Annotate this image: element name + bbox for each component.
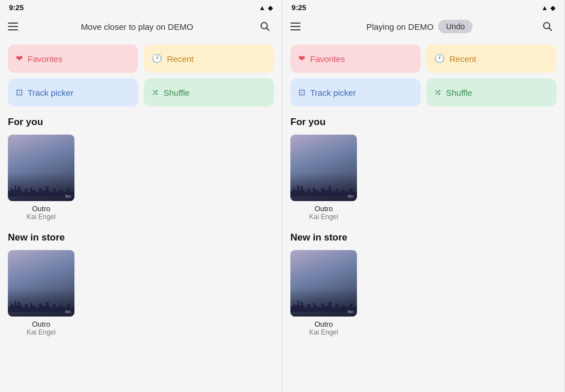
trackpicker-label-left: Track picker <box>28 88 73 97</box>
shuffle-label-right: Shuffle <box>446 88 472 97</box>
for-you-album-1-right[interactable]: flin Outro Kai Engel <box>290 135 357 221</box>
new-album-artist-1-left: Kai Engel <box>27 328 55 336</box>
svg-marker-6 <box>290 185 357 197</box>
folder-icon-right: ⊡ <box>298 87 306 97</box>
svg-marker-3 <box>8 301 74 312</box>
folder-icon-left: ⊡ <box>16 87 23 97</box>
new-in-store-title-right: New in store <box>290 232 557 243</box>
battery-icon-left: ◆ <box>268 4 273 12</box>
album-label-1-right: flin <box>348 194 354 199</box>
favorites-button-right[interactable]: ❤ Favorites <box>290 44 421 73</box>
shuffle-icon-right: ⤮ <box>434 87 442 97</box>
for-you-album-1-left[interactable]: flin Outro Kai Engel <box>8 135 74 221</box>
shuffle-button-left[interactable]: ⤮ Shuffle <box>144 78 274 106</box>
new-album-cover-1-right: flin <box>290 250 357 317</box>
status-bar-left: 9:25 ▲ ◆ <box>0 0 282 14</box>
header-title-left: Move closer to play on DEMO <box>18 22 256 32</box>
content-left: ❤ Favorites 🕐 Recent ⊡ Track picker ⤮ Sh… <box>0 40 282 392</box>
skyline-1-right <box>290 180 357 197</box>
album-cover-1-left: flin <box>8 135 74 201</box>
playing-bar: Playing on DEMO Undo <box>301 20 538 33</box>
top-bar-right: Playing on DEMO Undo <box>282 14 564 40</box>
shuffle-label-left: Shuffle <box>164 88 189 97</box>
for-you-title-right: For you <box>290 117 557 128</box>
recent-label-left: Recent <box>167 54 194 64</box>
album-title-1-left: Outro <box>32 204 51 213</box>
menu-button-right[interactable] <box>290 23 301 30</box>
new-in-store-title-left: New in store <box>8 232 274 243</box>
wifi-icon-right: ▲ <box>541 4 548 12</box>
time-right: 9:25 <box>292 3 306 12</box>
recent-button-right[interactable]: 🕐 Recent <box>426 44 557 73</box>
trackpicker-button-right[interactable]: ⊡ Track picker <box>290 78 421 106</box>
category-grid-right: ❤ Favorites 🕐 Recent ⊡ Track picker ⤮ Sh… <box>290 44 557 106</box>
heart-icon-left: ❤ <box>16 54 23 64</box>
trackpicker-button-left[interactable]: ⊡ Track picker <box>8 78 138 106</box>
favorites-button-left[interactable]: ❤ Favorites <box>8 44 138 73</box>
favorites-label-right: Favorites <box>310 54 345 64</box>
album-art-1-right: flin <box>290 135 357 201</box>
new-album-artist-1-right: Kai Engel <box>309 328 338 336</box>
new-in-store-grid-left: flin Outro Kai Engel <box>8 250 274 336</box>
clock-icon-right: 🕐 <box>434 54 445 64</box>
search-button-right[interactable] <box>538 17 557 35</box>
heart-icon-right: ❤ <box>298 54 306 64</box>
new-album-art-1-left: flin <box>8 250 74 317</box>
new-album-title-1-left: Outro <box>32 320 51 328</box>
album-cover-1-right: flin <box>290 135 357 201</box>
recent-label-right: Recent <box>449 54 476 64</box>
new-album-label-1-right: flin <box>348 309 354 314</box>
trackpicker-label-right: Track picker <box>310 88 356 97</box>
svg-marker-2 <box>8 185 74 197</box>
content-right: ❤ Favorites 🕐 Recent ⊡ Track picker ⤮ Sh… <box>282 40 564 392</box>
shuffle-button-right[interactable]: ⤮ Shuffle <box>426 78 557 106</box>
new-album-1-left[interactable]: flin Outro Kai Engel <box>8 250 74 336</box>
svg-line-1 <box>267 28 270 31</box>
search-button-left[interactable] <box>256 17 274 35</box>
new-album-cover-1-left: flin <box>8 250 74 317</box>
for-you-grid-right: flin Outro Kai Engel <box>290 135 557 221</box>
panel-left: 9:25 ▲ ◆ Move closer to play on DEMO ❤ F… <box>0 0 282 392</box>
svg-marker-7 <box>290 301 357 312</box>
new-album-label-1-left: flin <box>65 309 71 314</box>
status-bar-right: 9:25 ▲ ◆ <box>282 0 564 14</box>
new-skyline-1-left <box>8 295 74 312</box>
new-album-art-1-right: flin <box>290 250 357 317</box>
album-artist-1-left: Kai Engel <box>27 213 55 221</box>
for-you-title-left: For you <box>8 117 274 128</box>
wifi-icon-left: ▲ <box>259 4 266 12</box>
svg-line-5 <box>549 28 552 31</box>
category-grid-left: ❤ Favorites 🕐 Recent ⊡ Track picker ⤮ Sh… <box>8 44 274 106</box>
status-icons-right: ▲ ◆ <box>541 4 555 12</box>
new-album-1-right[interactable]: flin Outro Kai Engel <box>290 250 357 336</box>
album-label-1-left: flin <box>65 194 71 199</box>
album-art-1-left: flin <box>8 135 74 201</box>
favorites-label-left: Favorites <box>28 54 63 64</box>
menu-button-left[interactable] <box>8 23 18 30</box>
album-artist-1-right: Kai Engel <box>309 213 338 221</box>
status-icons-left: ▲ ◆ <box>259 4 273 12</box>
panel-right: 9:25 ▲ ◆ Playing on DEMO Undo ❤ Favorite… <box>282 0 565 392</box>
shuffle-icon-left: ⤮ <box>152 87 159 97</box>
battery-icon-right: ◆ <box>550 4 555 12</box>
album-title-1-right: Outro <box>315 204 333 213</box>
top-bar-left: Move closer to play on DEMO <box>0 14 282 40</box>
new-skyline-1-right <box>290 295 357 312</box>
time-left: 9:25 <box>9 3 24 12</box>
for-you-grid-left: flin Outro Kai Engel <box>8 135 274 221</box>
playing-text: Playing on DEMO <box>367 22 434 32</box>
new-album-title-1-right: Outro <box>315 320 333 328</box>
undo-button[interactable]: Undo <box>438 20 473 33</box>
clock-icon-left: 🕐 <box>152 54 162 64</box>
recent-button-left[interactable]: 🕐 Recent <box>144 44 274 73</box>
skyline-1-left <box>8 180 74 197</box>
new-in-store-grid-right: flin Outro Kai Engel <box>290 250 557 336</box>
